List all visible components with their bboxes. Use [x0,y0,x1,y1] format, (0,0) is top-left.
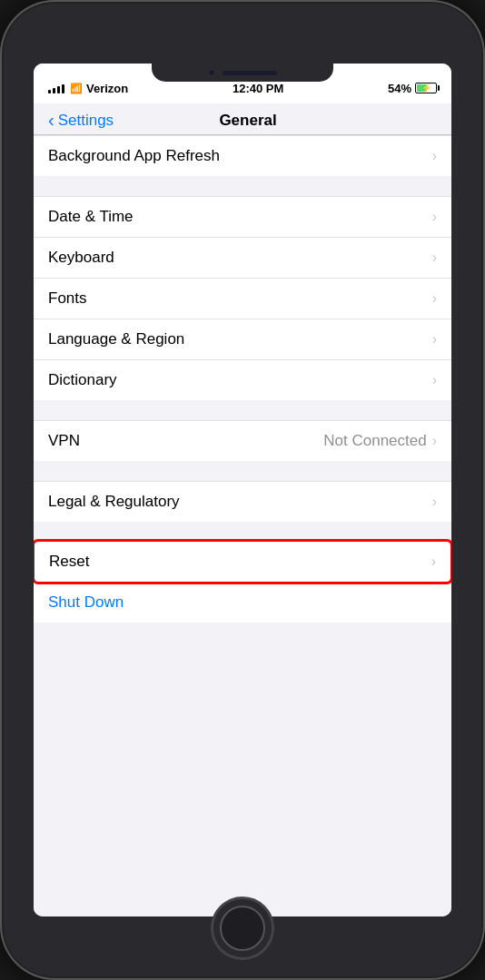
cell-label-reset: Reset [49,553,89,571]
chevron-right-icon: › [432,209,437,225]
reset-button[interactable]: Reset › [35,542,450,582]
chevron-right-icon: › [432,372,437,388]
cell-label-vpn: VPN [48,432,80,450]
cell-label-legal: Legal & Regulatory [48,493,180,511]
cell-label-keyboard: Keyboard [48,249,114,267]
carrier-label: Verizon [86,82,128,95]
cell-right-background: › [432,148,437,164]
shut-down-button[interactable]: Shut Down [34,582,451,622]
cell-right-date: › [432,209,437,225]
cell-label-shutdown: Shut Down [48,593,124,612]
list-item[interactable]: Legal & Regulatory › [34,481,451,522]
top-notch [152,64,333,82]
section-legal: Legal & Regulatory › [34,481,451,522]
cell-right-language: › [432,331,437,348]
signal-icon [48,83,64,93]
home-button[interactable] [211,897,274,960]
nav-bar: ‹ Settings General [34,103,451,135]
chevron-left-icon: ‹ [48,110,54,131]
chevron-right-icon: › [431,554,436,570]
screen: 📶 Verizon 12:40 PM 54% ⚡ ‹ Settings Gen [34,64,451,916]
list-item[interactable]: VPN Not Connected › [34,420,451,461]
cell-right-fonts: › [432,290,437,307]
vpn-status: Not Connected [323,432,426,450]
wifi-icon: 📶 [70,83,83,94]
chevron-right-icon: › [432,148,437,164]
section-vpn: VPN Not Connected › [34,420,451,461]
cell-label-language: Language & Region [48,330,184,348]
cell-label-date: Date & Time [48,208,134,226]
section-gap-4 [34,522,451,542]
charging-bolt: ⚡ [421,83,431,93]
page-title: General [59,112,437,130]
status-left: 📶 Verizon [48,82,128,95]
cell-label-dictionary: Dictionary [48,371,117,389]
cell-right-keyboard: › [432,250,437,266]
section-gap-2 [34,400,451,420]
cell-right-legal: › [432,494,437,510]
section-background: Background App Refresh › [34,135,451,176]
section-gap-3 [34,461,451,481]
camera-dot [208,69,215,76]
cell-label-background: Background App Refresh [48,147,220,165]
cell-right-dictionary: › [432,372,437,388]
battery-percent: 54% [388,82,411,95]
chevron-right-icon: › [432,331,437,348]
list-item[interactable]: Background App Refresh › [34,135,451,176]
phone-frame: 📶 Verizon 12:40 PM 54% ⚡ ‹ Settings Gen [0,0,485,980]
list-item[interactable]: Keyboard › [34,238,451,279]
list-item[interactable]: Language & Region › [34,319,451,360]
time-label: 12:40 PM [233,82,283,95]
battery-icon: ⚡ [415,83,437,93]
chevron-right-icon: › [432,494,437,510]
status-right: 54% ⚡ [388,82,437,95]
list-item[interactable]: Date & Time › [34,196,451,238]
speaker [223,71,277,75]
section-gap-1 [34,176,451,196]
list-item[interactable]: Fonts › [34,279,451,319]
section-gap-5 [34,622,451,642]
home-button-inner [220,906,265,951]
section-reset: Reset › Shut Down [34,542,451,622]
cell-right-vpn: Not Connected › [323,432,437,450]
settings-list: Background App Refresh › Date & Time › K… [34,135,451,916]
cell-label-fonts: Fonts [48,289,87,308]
chevron-right-icon: › [432,290,437,307]
cell-right-reset: › [431,554,436,570]
chevron-right-icon: › [432,433,437,449]
list-item[interactable]: Dictionary › [34,360,451,400]
chevron-right-icon: › [432,250,437,266]
section-settings: Date & Time › Keyboard › Fonts › [34,196,451,400]
